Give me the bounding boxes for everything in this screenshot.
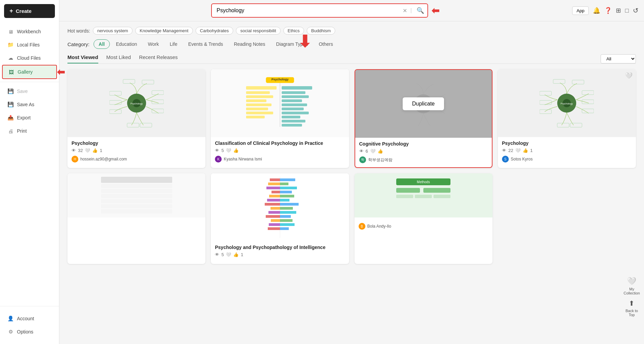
search-divider: | xyxy=(409,7,413,14)
category-reading[interactable]: Reading Notes xyxy=(229,40,270,49)
hot-words-label: Hot words: xyxy=(67,28,90,34)
sidebar-item-save[interactable]: 💾 Save xyxy=(2,85,57,98)
svg-rect-63 xyxy=(271,191,280,193)
save-as-icon: 💾 xyxy=(7,101,14,108)
svg-text:Psychology: Psychology xyxy=(271,78,289,81)
app-button[interactable]: App xyxy=(572,6,589,15)
svg-rect-91 xyxy=(411,200,425,203)
search-button[interactable]: 🔍 xyxy=(413,5,427,16)
svg-rect-60 xyxy=(280,183,288,185)
sidebar-item-export[interactable]: 📤 Export xyxy=(2,111,57,124)
heart-icon-4[interactable]: 🤍 xyxy=(625,72,632,79)
cards-grid-row1: Psychology xyxy=(67,69,636,168)
category-work[interactable]: Work xyxy=(143,40,163,49)
export-icon: 📤 xyxy=(7,115,14,121)
svg-rect-64 xyxy=(280,191,292,193)
hot-word-nervous-system[interactable]: nervous system xyxy=(93,27,133,35)
search-clear-icon[interactable]: ✕ xyxy=(401,7,409,14)
sidebar-item-print-label: Print xyxy=(17,128,27,134)
create-button[interactable]: + Create xyxy=(4,4,55,18)
svg-rect-41 xyxy=(540,91,551,95)
topbar: ✕ | 🔍 ⬅ App 🔔 ❓ ⊞ □ ↺ xyxy=(59,0,644,21)
print-icon: 🖨 xyxy=(7,128,14,134)
card-cognitive-psychology[interactable]: Duplicate Cognitive Psychology 👁 6 🤍 👍 학… xyxy=(355,69,492,168)
hot-word-carbohydrates[interactable]: Carbohydrates xyxy=(196,27,233,35)
filter-select[interactable]: All Education Work Life xyxy=(601,54,636,63)
category-diagram[interactable]: Diagram Types xyxy=(271,40,313,49)
back-to-top-button[interactable]: ⬆ Back toTop xyxy=(626,299,638,317)
card-psychopathology[interactable]: Psychology and Psychopathology of Intell… xyxy=(211,173,349,264)
like-icon-1[interactable]: 🤍 xyxy=(85,148,90,153)
hot-word-buddhism[interactable]: Buddhism xyxy=(307,27,335,35)
category-others[interactable]: Others xyxy=(314,40,338,49)
sidebar: + Create 🖥 Workbench 📁 Local Files ☁ Clo… xyxy=(0,0,59,344)
sidebar-item-options[interactable]: ⚙ Options xyxy=(2,325,57,338)
thumb-icon-2[interactable]: 👍 xyxy=(233,148,239,153)
svg-rect-68 xyxy=(280,199,289,202)
card-psychology-4[interactable]: 🤍 Psychology xyxy=(498,69,636,168)
svg-rect-51 xyxy=(101,189,172,193)
svg-rect-89 xyxy=(434,195,450,198)
sidebar-item-workbench[interactable]: 🖥 Workbench xyxy=(2,25,57,38)
thumb-icon-6[interactable]: 👍 xyxy=(233,252,239,257)
view-icon-3: 👁 xyxy=(359,149,364,154)
collection-icon: 🤍 xyxy=(627,277,636,286)
author-name-1: hossein.az90@gmail.com xyxy=(80,157,127,161)
sidebar-item-local-files[interactable]: 📁 Local Files xyxy=(2,38,57,51)
category-events[interactable]: Events & Trends xyxy=(183,40,228,49)
card-title-2: Classification of Clinical Psychology in… xyxy=(215,140,345,146)
svg-rect-24 xyxy=(282,91,305,94)
svg-rect-42 xyxy=(540,100,551,104)
duplicate-button[interactable]: Duplicate xyxy=(403,97,444,110)
hot-word-ethics[interactable]: Ethics xyxy=(283,27,304,35)
svg-rect-44 xyxy=(557,123,569,127)
sidebar-item-save-as[interactable]: 💾 Save As xyxy=(2,98,57,111)
search-input[interactable] xyxy=(212,4,401,17)
thumb-icon-1[interactable]: 👍 xyxy=(92,148,98,153)
svg-rect-45 xyxy=(570,123,582,127)
like-icon-2[interactable]: 🤍 xyxy=(226,148,231,153)
save-icon: 💾 xyxy=(7,88,14,94)
category-all[interactable]: All xyxy=(94,39,110,49)
category-life[interactable]: Life xyxy=(165,40,182,49)
refresh-button[interactable]: ↺ xyxy=(633,6,639,15)
like-icon-3[interactable]: 🤍 xyxy=(370,149,376,154)
hot-word-knowledge-management[interactable]: Knowledge Management xyxy=(135,27,193,35)
options-icon: ⚙ xyxy=(7,329,14,335)
expand-icon[interactable]: □ xyxy=(625,7,629,14)
svg-rect-76 xyxy=(280,215,291,218)
folder-icon: 📁 xyxy=(7,42,14,48)
bell-icon[interactable]: 🔔 xyxy=(593,7,600,14)
svg-rect-86 xyxy=(423,188,450,193)
tab-most-liked[interactable]: Most Liked xyxy=(106,54,131,63)
card-classification[interactable]: Psychology Classification of Clinical Ps… xyxy=(211,69,349,168)
svg-rect-54 xyxy=(101,204,172,208)
svg-rect-25 xyxy=(282,95,309,98)
view-count-1: 32 xyxy=(78,148,83,153)
hot-word-social[interactable]: social responsibilit xyxy=(236,27,281,35)
sidebar-item-print[interactable]: 🖨 Print xyxy=(2,125,57,137)
svg-rect-80 xyxy=(280,223,295,226)
card-table-5[interactable] xyxy=(67,173,205,264)
svg-rect-67 xyxy=(267,199,280,202)
like-icon-4[interactable]: 🤍 xyxy=(515,148,521,153)
tab-recent-releases[interactable]: Recent Releases xyxy=(139,54,178,63)
sidebar-item-gallery[interactable]: 🖼 Gallery xyxy=(2,65,57,79)
grid-icon[interactable]: ⊞ xyxy=(616,7,621,14)
sidebar-item-account[interactable]: 👤 Account xyxy=(2,312,57,325)
category-education[interactable]: Education xyxy=(111,40,142,49)
like-icon-6[interactable]: 🤍 xyxy=(226,252,231,257)
search-area: ✕ | 🔍 ⬅ xyxy=(78,3,572,18)
my-collection-button[interactable]: 🤍 MyCollection xyxy=(624,277,640,295)
thumb-icon-4[interactable]: 👍 xyxy=(523,148,528,153)
card-stats-6: 👁 5 🤍 👍 1 xyxy=(215,252,345,257)
card-thumb-3: Duplicate xyxy=(355,70,492,138)
card-methods[interactable]: Methods B Bola Andy-I xyxy=(355,173,492,264)
cloud-icon: ☁ xyxy=(7,55,14,61)
thumb-icon-3[interactable]: 👍 xyxy=(378,149,383,154)
author-name-2: Kyasha Nirwana Ismi xyxy=(224,157,262,161)
sidebar-item-cloud-files[interactable]: ☁ Cloud Files xyxy=(2,52,57,64)
help-icon[interactable]: ❓ xyxy=(604,7,612,14)
card-psychology-1[interactable]: Psychology xyxy=(67,69,205,168)
tab-most-viewed[interactable]: Most Viewed xyxy=(67,54,98,63)
